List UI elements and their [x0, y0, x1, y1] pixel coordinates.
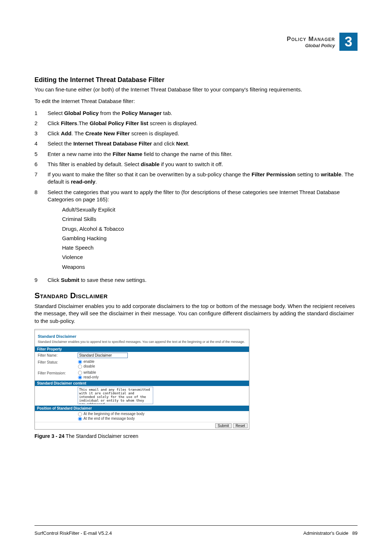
bar-filter-property: Filter Property: [35, 346, 249, 352]
row-content: [35, 386, 249, 406]
row-filter-status: Filter Status: enable disable: [35, 359, 249, 370]
category-item: Criminal Skills: [62, 216, 358, 223]
intro-paragraph: You can fine-tune either (or both) of th…: [34, 86, 358, 93]
category-item: Violence: [62, 254, 358, 261]
disclaimer-content-textarea[interactable]: [78, 387, 153, 404]
step-7: 7 If you want to make the filter so that…: [34, 171, 358, 186]
footer-rule: [34, 525, 358, 526]
chapter-badge: 3: [339, 33, 358, 51]
submit-button[interactable]: Submit: [215, 423, 232, 428]
reset-button[interactable]: Reset: [233, 423, 248, 428]
step-2: 2 Click Filters.The Global Policy Filter…: [34, 120, 358, 127]
filter-name-input[interactable]: [78, 353, 128, 358]
step-3: 3 Click Add. The Create New Filter scree…: [34, 130, 358, 137]
figure-caption: Figure 3 - 24 The Standard Disclaimer sc…: [34, 433, 358, 439]
radio-pos-end[interactable]: At the end of the message body: [78, 416, 246, 421]
radio-status-disable[interactable]: disable: [78, 364, 246, 369]
categories-list: Adult/Sexually Explicit Criminal Skills …: [62, 206, 358, 271]
step-8: 8 Select the categories that you want to…: [34, 189, 358, 274]
page-footer: SurfControl RiskFilter - E-mail V5.2.4 A…: [34, 530, 358, 536]
shot-title: Standard Disclaimer: [35, 330, 249, 340]
step-9: 9 Click Submit to save these new setting…: [34, 276, 358, 284]
header-title: Policy Manager: [287, 36, 335, 43]
label-filter-permission: Filter Permission:: [38, 370, 78, 375]
screenshot-standard-disclaimer: Standard Disclaimer Standard Disclaimer …: [34, 329, 249, 430]
category-item: Drugs, Alcohol & Tobacco: [62, 225, 358, 233]
category-item: Gambling Hacking: [62, 235, 358, 242]
bar-position: Position of Standard Disclaimer: [35, 406, 249, 411]
row-filter-name: Filter Name:: [35, 352, 249, 359]
category-item: Hate Speech: [62, 244, 358, 251]
section-heading-editing: Editing the Internet Threat Database Fil…: [34, 76, 358, 84]
disclaimer-paragraph: Standard Disclaimer enables you to add c…: [34, 303, 358, 325]
label-filter-name: Filter Name:: [38, 353, 78, 357]
radio-perm-writable[interactable]: writable: [78, 370, 246, 375]
section-heading-disclaimer: Standard Disclaimer: [34, 291, 358, 300]
radio-status-enable[interactable]: enable: [78, 360, 246, 364]
category-item: Adult/Sexually Explicit: [62, 206, 358, 213]
lead-paragraph: To edit the Internet Threat Database fil…: [34, 98, 358, 105]
step-5: 5 Enter a new name into the Filter Name …: [34, 151, 358, 158]
header-subtitle: Global Policy: [287, 43, 335, 48]
footer-product: SurfControl RiskFilter - E-mail V5.2.4: [34, 530, 112, 536]
page-header: Policy Manager Global Policy 3: [34, 33, 358, 51]
row-position: At the beginning of the message body At …: [35, 411, 249, 422]
step-1: 1 Select Global Policy from the Policy M…: [34, 110, 358, 117]
step-6: 6 This filter is enabled by default. Sel…: [34, 161, 358, 168]
radio-perm-readonly[interactable]: read-only: [78, 375, 246, 380]
step-4: 4 Select the Internet Threat Database Fi…: [34, 140, 358, 147]
row-filter-permission: Filter Permission: writable read-only: [35, 370, 249, 381]
radio-pos-beginning[interactable]: At the beginning of the message body: [78, 412, 246, 416]
steps-list: 1 Select Global Policy from the Policy M…: [34, 110, 358, 284]
shot-description: Standard Disclaimer enables you to appen…: [35, 340, 249, 346]
label-filter-status: Filter Status:: [38, 360, 78, 364]
bar-disclaimer-content: Standard Disclaimer content: [35, 381, 249, 386]
category-item: Weapons: [62, 263, 358, 271]
footer-guide: Administrator's Guide 89: [303, 530, 358, 536]
